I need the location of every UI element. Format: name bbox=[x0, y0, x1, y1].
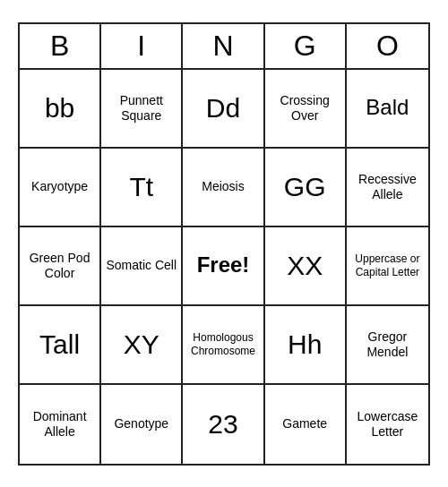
bingo-cell: Crossing Over bbox=[265, 70, 347, 149]
bingo-cell: Somatic Cell bbox=[101, 227, 183, 306]
bingo-cell: Meiosis bbox=[183, 149, 264, 227]
bingo-cell: Punnett Square bbox=[101, 70, 183, 149]
header-letter: B bbox=[20, 24, 101, 68]
bingo-grid: bbPunnett SquareDdCrossing OverBaldKaryo… bbox=[20, 70, 428, 464]
bingo-cell: Recessive Allele bbox=[347, 149, 428, 227]
bingo-cell: Dominant Allele bbox=[20, 385, 101, 464]
bingo-cell: Hh bbox=[265, 306, 347, 385]
header-letter: G bbox=[265, 24, 347, 68]
bingo-cell: Bald bbox=[347, 70, 428, 149]
header-letter: N bbox=[183, 24, 264, 68]
bingo-cell: GG bbox=[265, 149, 347, 227]
header-letter: O bbox=[347, 24, 428, 68]
bingo-cell: Genotype bbox=[101, 385, 183, 464]
bingo-cell: Lowercase Letter bbox=[347, 385, 428, 464]
bingo-cell: Tall bbox=[20, 306, 101, 385]
bingo-cell: Free! bbox=[183, 227, 264, 306]
bingo-cell: Tt bbox=[101, 149, 183, 227]
bingo-cell: Homologous Chromosome bbox=[183, 306, 264, 385]
bingo-cell: XX bbox=[265, 227, 347, 306]
bingo-cell: Dd bbox=[183, 70, 264, 149]
bingo-cell: Green Pod Color bbox=[20, 227, 101, 306]
bingo-cell: bb bbox=[20, 70, 101, 149]
header-letter: I bbox=[101, 24, 183, 68]
bingo-cell: Gregor Mendel bbox=[347, 306, 428, 385]
bingo-cell: Karyotype bbox=[20, 149, 101, 227]
bingo-cell: XY bbox=[101, 306, 183, 385]
bingo-cell: Gamete bbox=[265, 385, 347, 464]
bingo-cell: Uppercase or Capital Letter bbox=[347, 227, 428, 306]
bingo-cell: 23 bbox=[183, 385, 264, 464]
bingo-header: BINGO bbox=[20, 24, 428, 70]
bingo-card: BINGO bbPunnett SquareDdCrossing OverBal… bbox=[18, 22, 430, 466]
